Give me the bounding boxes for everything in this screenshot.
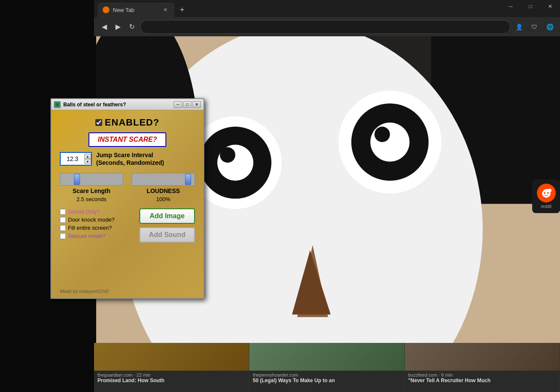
made-by: Made by notayon#2242	[60, 287, 109, 295]
scare-length-track[interactable]	[60, 173, 123, 186]
maximize-button[interactable]: □	[521, 0, 540, 13]
action-buttons: Add Image Add Sound	[139, 208, 195, 243]
svg-point-26	[547, 192, 549, 194]
seizure-mode-label: Seizure mode?	[68, 233, 105, 239]
scare-length-group: Scare Length 2.5 seconds	[60, 173, 123, 202]
news-content-3: buzzfeed.com · 6 min "Never Tell A Recru…	[405, 371, 560, 385]
loudness-group: LOUDNESS 100%	[132, 173, 195, 202]
app-maximize-button[interactable]: □	[183, 101, 192, 108]
app-title-text: Balls of steel or feathers?	[63, 102, 171, 108]
interval-label-line1: Jump Scare Interval	[96, 151, 164, 159]
svg-point-25	[544, 192, 545, 194]
news-source-1: theguardian.com · 22 min	[97, 372, 245, 377]
browser-actions: 👤 🛡 🌐	[513, 21, 556, 33]
tab-favicon	[103, 6, 109, 13]
made-by-text: Made by notayon#2242	[60, 289, 109, 294]
svg-point-10	[220, 147, 235, 163]
app-window: Balls of steel or feathers? ─ □ ✕ ENABLE…	[50, 98, 204, 299]
new-tab-button[interactable]: +	[176, 4, 188, 16]
app-title-icon	[54, 101, 61, 108]
interval-row: ▲ ▼ Jump Scare Interval (Seconds, Random…	[60, 151, 195, 167]
app-titlebar: Balls of steel or feathers? ─ □ ✕	[51, 99, 203, 110]
app-minimize-button[interactable]: ─	[174, 101, 182, 108]
news-source-2: thepennyhoarder.com	[253, 372, 401, 377]
door-knock-label: Door knock mode?	[68, 216, 115, 223]
forward-button[interactable]: ▶	[112, 21, 124, 33]
news-title-3: "Never Tell A Recruiter How Much	[408, 377, 556, 383]
tab-bar: New Tab ✕ +	[94, 0, 560, 17]
new-tab[interactable]: New Tab ✕	[97, 3, 174, 17]
app-close-button[interactable]: ✕	[192, 101, 201, 108]
reddit-panel: reddit	[532, 179, 560, 213]
minimize-button[interactable]: ─	[501, 0, 521, 13]
interval-input[interactable]	[61, 153, 84, 165]
news-content-2: thepennyhoarder.com 50 (Legal) Ways To M…	[249, 371, 404, 385]
scare-length-value: 2.5 seconds	[77, 196, 106, 202]
svg-point-11	[374, 127, 390, 142]
interval-down-button[interactable]: ▼	[84, 159, 91, 164]
loudness-track[interactable]	[132, 173, 195, 186]
news-title-2: 50 (Legal) Ways To Make Up to an	[253, 377, 401, 383]
instant-scare-button[interactable]: INSTANT SCARE?	[88, 132, 166, 147]
interval-up-button[interactable]: ▲	[84, 154, 91, 159]
news-cards: theguardian.com · 22 min Promised Land: …	[94, 343, 560, 392]
checkboxes-col: Sound Only? Door knock mode? Fill entire…	[60, 208, 115, 239]
scare-length-thumb[interactable]	[74, 174, 80, 185]
bottom-row: Sound Only? Door knock mode? Fill entire…	[60, 208, 195, 243]
add-image-button[interactable]: Add Image	[139, 208, 195, 224]
seizure-mode-checkbox[interactable]	[60, 233, 66, 239]
sound-only-label: Sound Only?	[68, 208, 100, 215]
interval-label-wrap: Jump Scare Interval (Seconds, Randomized…	[96, 151, 164, 167]
sound-only-row: Sound Only?	[60, 208, 115, 215]
app-win-controls: ─ □ ✕	[174, 101, 201, 108]
window-controls: ─ □ ✕	[501, 0, 560, 13]
news-thumb-3	[405, 343, 560, 371]
loudness-thumb[interactable]	[185, 174, 191, 185]
news-source-3: buzzfeed.com · 6 min	[408, 372, 556, 377]
news-card-3[interactable]: buzzfeed.com · 6 min "Never Tell A Recru…	[405, 343, 560, 392]
enabled-checkbox[interactable]	[95, 119, 102, 126]
svg-point-9	[370, 123, 410, 162]
enabled-row: ENABLED?	[60, 117, 195, 128]
svg-point-30	[56, 103, 59, 106]
news-content-1: theguardian.com · 22 min Promised Land: …	[94, 371, 249, 385]
sliders-row: Scare Length 2.5 seconds LOUDNESS 100%	[60, 173, 195, 202]
browser-close-button[interactable]: ✕	[540, 0, 560, 13]
door-knock-row: Door knock mode?	[60, 216, 115, 223]
fill-screen-row: Fill entire screen?	[60, 225, 115, 231]
reddit-label: reddit	[541, 204, 551, 209]
loudness-value: 100%	[156, 196, 170, 202]
app-body: ENABLED? INSTANT SCARE? ▲ ▼ Jump Scare I…	[51, 110, 203, 298]
seizure-mode-row: Seizure mode?	[60, 233, 115, 239]
news-title-1: Promised Land: How South	[97, 377, 245, 383]
fill-screen-checkbox[interactable]	[60, 225, 66, 231]
interval-label-line2: (Seconds, Randomized)	[96, 159, 164, 167]
tab-label: New Tab	[113, 7, 134, 13]
svg-line-28	[546, 189, 550, 190]
sound-only-checkbox[interactable]	[60, 209, 66, 215]
profile-button[interactable]: 👤	[513, 21, 525, 33]
news-thumb-1	[94, 343, 249, 371]
browser-chrome: ─ □ ✕ New Tab ✕ + ◀ ▶ ↻ 👤 🛡 🌐	[94, 0, 560, 36]
globe-icon-button[interactable]: 🌐	[544, 21, 556, 33]
news-thumb-2	[249, 343, 404, 371]
enabled-label: ENABLED?	[105, 117, 159, 128]
loudness-label: LOUDNESS	[147, 187, 180, 194]
tab-close-button[interactable]: ✕	[162, 6, 169, 14]
nav-icons: ◀ ▶ ↻	[98, 21, 138, 33]
news-card-2[interactable]: thepennyhoarder.com 50 (Legal) Ways To M…	[249, 343, 404, 392]
back-button[interactable]: ◀	[98, 21, 110, 33]
door-knock-checkbox[interactable]	[60, 217, 66, 223]
shield-button[interactable]: 🛡	[528, 21, 540, 33]
nav-bar: ◀ ▶ ↻ 👤 🛡 🌐	[94, 17, 560, 36]
scare-length-label: Scare Length	[73, 187, 111, 194]
interval-input-wrap: ▲ ▼	[60, 152, 92, 166]
fill-screen-label: Fill entire screen?	[68, 225, 112, 231]
address-bar[interactable]	[140, 20, 510, 34]
reddit-icon[interactable]	[537, 184, 556, 202]
interval-spinners: ▲ ▼	[84, 154, 91, 164]
news-card-1[interactable]: theguardian.com · 22 min Promised Land: …	[94, 343, 249, 392]
add-sound-button[interactable]: Add Sound	[139, 227, 195, 243]
reload-button[interactable]: ↻	[126, 21, 138, 33]
